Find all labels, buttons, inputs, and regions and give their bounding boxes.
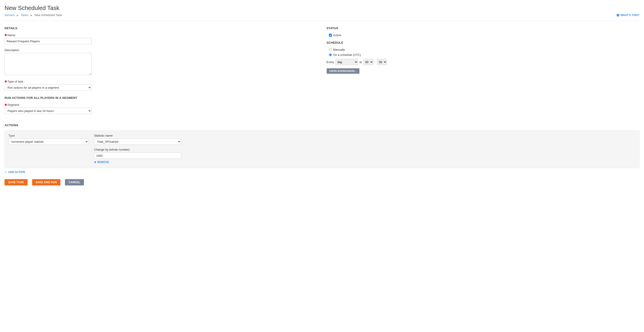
time-colon: :: [375, 60, 376, 64]
change-by-label: Change by (whole number): [94, 148, 181, 151]
remove-label: REMOVE: [97, 160, 109, 164]
page-title: New Scheduled Task: [4, 4, 640, 12]
segment-label: ✱Segment: [4, 103, 318, 106]
action-type-label: Type: [8, 134, 89, 137]
breadcrumb-tasks[interactable]: Tasks: [21, 13, 28, 17]
at-label: at: [360, 60, 362, 64]
whats-this-label: WHAT'S THIS?: [620, 14, 640, 17]
name-label: ✱Name: [4, 34, 318, 37]
statistic-name-select[interactable]: Total_XPGained: [94, 138, 181, 145]
actions-heading: ACTIONS: [4, 124, 640, 127]
schedule-heading: SCHEDULE: [327, 41, 640, 44]
required-asterisk: ✱: [4, 103, 7, 106]
action-type-select[interactable]: Increment player statistic: [8, 138, 89, 145]
description-label: Description: [4, 48, 318, 52]
breadcrumb-separator: ▶: [30, 14, 32, 16]
info-icon: i: [616, 14, 620, 17]
active-checkbox[interactable]: [329, 34, 332, 37]
status-heading: STATUS: [327, 26, 640, 30]
breadcrumb-separator: ▶: [17, 14, 18, 16]
every-label: Every: [327, 60, 334, 64]
breadcrumb-row: Servers ▶ Tasks ▶ New Scheduled Task i W…: [4, 13, 640, 21]
cancel-button[interactable]: CANCEL: [65, 179, 84, 186]
save-task-button[interactable]: SAVE TASK: [4, 179, 28, 186]
description-textarea[interactable]: [4, 53, 92, 75]
on-schedule-radio[interactable]: [329, 53, 332, 56]
cron-expression-button[interactable]: CRON EXPRESSION...: [327, 68, 360, 74]
type-of-task-select[interactable]: Run actions for all players in a segment: [4, 84, 92, 91]
on-schedule-label: On a schedule (UTC): [333, 53, 361, 56]
required-asterisk: ✱: [4, 34, 7, 37]
type-of-task-label: ✱Type of task: [4, 80, 318, 83]
breadcrumb-current: New Scheduled Task: [34, 13, 62, 17]
active-label: Active: [333, 34, 341, 37]
whats-this-link[interactable]: i WHAT'S THIS?: [616, 14, 640, 17]
save-and-run-button[interactable]: SAVE AND RUN: [32, 179, 60, 186]
svg-text:i: i: [618, 14, 618, 16]
remove-action-link[interactable]: ✖ REMOVE: [94, 160, 181, 164]
plus-icon: ＋: [4, 170, 7, 174]
add-action-label: ADD ACTION: [8, 170, 25, 174]
name-input[interactable]: [4, 38, 92, 44]
breadcrumb: Servers ▶ Tasks ▶ New Scheduled Task: [4, 13, 62, 17]
add-action-link[interactable]: ＋ ADD ACTION: [4, 170, 25, 174]
details-heading: DETAILS: [4, 26, 318, 30]
action-row: Type Increment player statistic Statisti…: [4, 130, 640, 168]
manually-label: Manually: [333, 48, 345, 51]
segment-select[interactable]: Players who played in last 24 hours: [4, 108, 92, 114]
required-asterisk: ✱: [4, 80, 7, 83]
breadcrumb-servers[interactable]: Servers: [4, 13, 15, 17]
segment-section-heading: RUN ACTIONS FOR ALL PLAYERS IN A SEGMENT: [4, 96, 318, 100]
hour-select[interactable]: 00: [363, 59, 374, 65]
manually-radio[interactable]: [329, 48, 332, 51]
change-by-input[interactable]: [94, 152, 181, 159]
statistic-name-label: Statistic name: [94, 134, 181, 137]
minute-select[interactable]: 00: [377, 59, 387, 65]
every-unit-select[interactable]: day: [336, 59, 358, 65]
remove-icon: ✖: [94, 161, 96, 164]
